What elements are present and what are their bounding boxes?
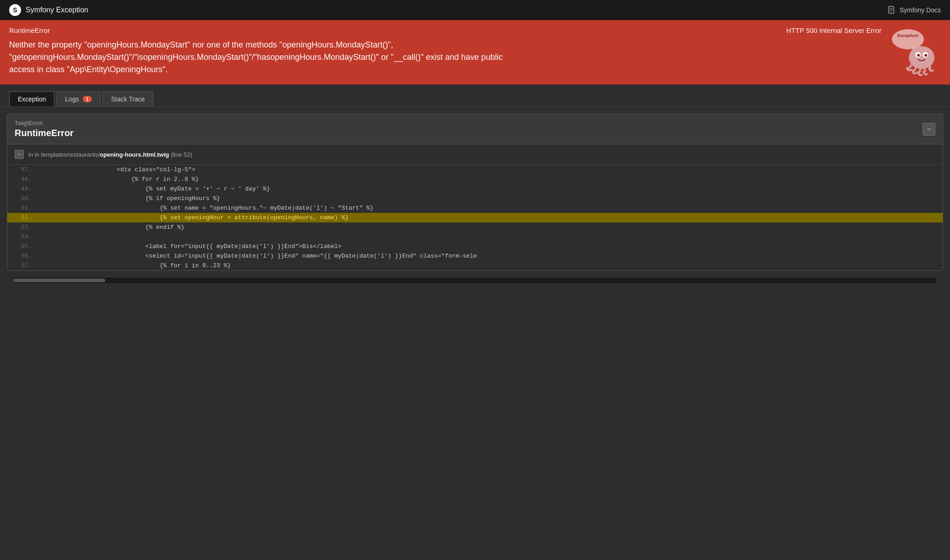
line-code: {% set name = "openingHours."~ myDate|da… xyxy=(41,203,943,213)
error-card: Twig\Error\ RuntimeError − − in in templ… xyxy=(7,114,943,271)
table-row: 55. <label for="input{{ myDate|date('l')… xyxy=(7,242,943,251)
docs-link[interactable]: Symfony Docs xyxy=(900,6,941,14)
error-type-row: RuntimeError HTTP 500 Internal Server Er… xyxy=(9,26,881,34)
svg-point-7 xyxy=(909,46,934,69)
line-number: 54. xyxy=(7,232,41,242)
code-file-header: − in in templates/restaurants/opening-ho… xyxy=(7,144,943,165)
code-filename: opening-hours.html.twig xyxy=(100,151,169,158)
line-number: 51. xyxy=(7,203,41,213)
top-bar-right[interactable]: Symfony Docs xyxy=(888,6,941,14)
line-code xyxy=(41,232,943,242)
code-file-path: in in templates/restaurants/opening-hour… xyxy=(28,151,192,158)
svg-point-11 xyxy=(924,54,927,57)
line-number: 55. xyxy=(7,242,41,251)
line-number: 49. xyxy=(7,184,41,194)
error-message: Neither the property "openingHours.Monda… xyxy=(9,39,512,76)
table-row: 47. <div class="col-lg-5"> xyxy=(7,165,943,174)
line-number: 52. xyxy=(7,213,41,222)
line-number: 50. xyxy=(7,194,41,203)
tab-logs[interactable]: Logs 1 xyxy=(56,91,100,106)
tab-stack-trace[interactable]: Stack Trace xyxy=(102,91,154,106)
error-card-header: Twig\Error\ RuntimeError − xyxy=(7,114,943,144)
table-row: 48. {% for r in 2..8 %} xyxy=(7,174,943,184)
collapse-button[interactable]: − xyxy=(923,123,935,136)
line-code: {% set myDate = '+' ~ r ~ ' day' %} xyxy=(41,184,943,194)
http-status: HTTP 500 Internal Server Error xyxy=(786,26,881,34)
line-number: 53. xyxy=(7,222,41,232)
line-code: {% endif %} xyxy=(41,222,943,232)
table-row: 57. {% for i in 0..23 %} xyxy=(7,261,943,270)
scrollbar-thumb[interactable] xyxy=(14,279,105,282)
svg-point-10 xyxy=(917,54,920,57)
error-card-info: Twig\Error\ RuntimeError xyxy=(15,120,74,138)
symfony-logo: S xyxy=(9,4,21,16)
line-code: <label for="input{{ myDate|date('l') }}E… xyxy=(41,242,943,251)
line-number: 48. xyxy=(7,174,41,184)
error-type: RuntimeError xyxy=(9,26,50,34)
line-code: <select id="input{{ myDate|date('l') }}E… xyxy=(41,251,943,261)
table-row: 52. {% set openingHour = attribute(openi… xyxy=(7,213,943,222)
table-row: 50. {% if openingHours %} xyxy=(7,194,943,203)
line-number: 57. xyxy=(7,261,41,270)
scrollbar-area[interactable] xyxy=(14,278,936,283)
document-icon xyxy=(888,6,896,14)
line-code: {% set openingHour = attribute(openingHo… xyxy=(41,213,943,222)
error-banner: RuntimeError HTTP 500 Internal Server Er… xyxy=(0,20,950,85)
logs-badge: 1 xyxy=(83,96,92,102)
line-code: <div class="col-lg-5"> xyxy=(41,165,943,174)
main-content: Twig\Error\ RuntimeError − − in in templ… xyxy=(0,107,950,290)
mascot-svg: Exception! xyxy=(891,26,941,77)
table-row: 56. <select id="input{{ myDate|date('l')… xyxy=(7,251,943,261)
table-row: 53. {% endif %} xyxy=(7,222,943,232)
app-title: Symfony Exception xyxy=(26,6,88,14)
code-line-number: (line 52) xyxy=(171,151,192,158)
line-number: 56. xyxy=(7,251,41,261)
table-row: 54. xyxy=(7,232,943,242)
top-bar: S Symfony Exception Symfony Docs xyxy=(0,0,950,20)
line-code: {% for i in 0..23 %} xyxy=(41,261,943,270)
tabs: Exception Logs 1 Stack Trace xyxy=(9,91,941,106)
svg-point-4 xyxy=(892,29,924,49)
tabs-section: Exception Logs 1 Stack Trace xyxy=(0,85,950,107)
error-banner-content: RuntimeError HTTP 500 Internal Server Er… xyxy=(9,26,881,76)
error-namespace: Twig\Error\ xyxy=(15,120,74,127)
tab-exception[interactable]: Exception xyxy=(9,91,54,106)
error-classname: RuntimeError xyxy=(15,128,74,138)
line-code: {% if openingHours %} xyxy=(41,194,943,203)
line-code: {% for r in 2..8 %} xyxy=(41,174,943,184)
table-row: 51. {% set name = "openingHours."~ myDat… xyxy=(7,203,943,213)
top-bar-left: S Symfony Exception xyxy=(9,4,88,16)
svg-text:Exception!: Exception! xyxy=(897,33,918,38)
table-row: 49. {% set myDate = '+' ~ r ~ ' day' %} xyxy=(7,184,943,194)
code-collapse-button[interactable]: − xyxy=(15,150,24,159)
code-block: − in in templates/restaurants/opening-ho… xyxy=(7,144,943,270)
exception-mascot: Exception! xyxy=(891,26,941,78)
line-number: 47. xyxy=(7,165,41,174)
code-table: 47. <div class="col-lg-5">48. {% for r i… xyxy=(7,165,943,270)
